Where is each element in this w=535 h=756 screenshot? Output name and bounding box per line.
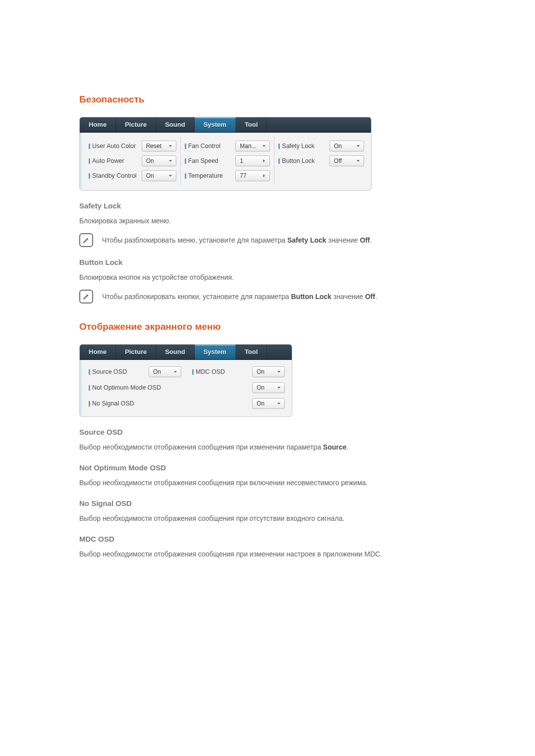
chevron-down-icon — [355, 143, 362, 150]
pencil-icon — [79, 290, 93, 303]
tabbar-security: Home Picture Sound System Tool — [80, 117, 371, 133]
dropdown-standby-control[interactable]: On — [142, 170, 176, 181]
tab-sound[interactable]: Sound — [156, 117, 194, 132]
chevron-down-icon — [275, 368, 282, 375]
label-no-signal-osd: No Signal OSD — [89, 400, 134, 407]
source-osd-desc: Выбор необходимости отображения сообщени… — [79, 442, 456, 453]
dropdown-value: On — [146, 157, 154, 164]
dropdown-value: On — [257, 368, 265, 375]
dropdown-auto-power[interactable]: On — [142, 155, 176, 166]
dropdown-value: Reset — [146, 143, 161, 150]
label-not-optimum-osd: Not Optimum Mode OSD — [89, 384, 161, 391]
chevron-down-icon — [167, 143, 174, 150]
not-optimum-osd-desc: Выбор необходимости отображения сообщени… — [79, 478, 456, 488]
dropdown-not-optimum-osd[interactable]: On — [252, 382, 285, 393]
dropdown-value: Off — [334, 157, 342, 164]
chevron-down-icon — [355, 157, 362, 164]
tab-picture[interactable]: Picture — [116, 117, 156, 132]
dropdown-value: On — [153, 368, 161, 375]
heading-safety-lock: Safety Lock — [79, 202, 456, 210]
chevron-down-icon — [167, 172, 174, 179]
tabbar-osd: Home Picture Sound System Tool — [80, 345, 292, 360]
pencil-icon — [79, 233, 93, 247]
dropdown-value: On — [146, 172, 154, 179]
label-fan-control: Fan Control — [185, 143, 220, 150]
chevron-down-icon — [275, 400, 282, 407]
chevron-down-icon — [261, 143, 268, 150]
label-auto-power: Auto Power — [89, 157, 124, 164]
heading-not-optimum-osd: Not Optimum Mode OSD — [79, 463, 456, 472]
heading-no-signal-osd: No Signal OSD — [79, 499, 456, 507]
label-mdc-osd: MDC OSD — [192, 368, 225, 375]
security-panel-col-3: Safety Lock On Button Lock Off — [274, 137, 368, 185]
dropdown-no-signal-osd[interactable]: On — [252, 398, 285, 409]
spinner-value: 77 — [240, 172, 246, 179]
dropdown-value: On — [257, 384, 265, 391]
dropdown-safety-lock[interactable]: On — [329, 141, 364, 151]
spinner-fan-speed[interactable]: 1 — [235, 155, 270, 166]
label-temperature: Temperature — [185, 172, 223, 179]
note-text: Чтобы разблокировать кнопки, установите … — [102, 293, 377, 301]
section-title-security: Безопасность — [79, 94, 456, 105]
label-safety-lock: Safety Lock — [278, 143, 314, 150]
dropdown-mdc-osd[interactable]: On — [252, 366, 285, 377]
spinner-temperature[interactable]: 77 — [235, 170, 270, 181]
tab-system[interactable]: System — [195, 117, 236, 132]
dropdown-value: On — [334, 143, 342, 150]
dropdown-button-lock[interactable]: Off — [329, 155, 364, 166]
tab-system[interactable]: System — [195, 345, 236, 359]
osd-panel: Home Picture Sound System Tool Source OS… — [79, 344, 292, 417]
button-lock-desc: Блокировка кнопок на устройстве отображе… — [79, 272, 456, 283]
chevron-down-icon — [172, 368, 179, 375]
label-standby-control: Standby Control — [89, 172, 137, 179]
section-title-osd: Отображение экранного меню — [79, 321, 456, 332]
dropdown-fan-control[interactable]: Man... — [235, 141, 270, 151]
tab-home[interactable]: Home — [80, 345, 116, 359]
security-panel-col-1: User Auto Color Reset Auto Power On Stan… — [85, 137, 181, 185]
security-panel-col-2: Fan Control Man... Fan Speed 1 Temperatu… — [181, 137, 275, 185]
tab-sound[interactable]: Sound — [156, 345, 194, 359]
heading-source-osd: Source OSD — [79, 428, 456, 436]
dropdown-user-auto-color[interactable]: Reset — [142, 141, 176, 151]
chevron-right-icon — [261, 172, 268, 179]
label-user-auto-color: User Auto Color — [89, 143, 136, 150]
label-source-osd: Source OSD — [89, 368, 127, 375]
label-button-lock: Button Lock — [278, 157, 315, 164]
chevron-down-icon — [275, 384, 282, 391]
note-text: Чтобы разблокировать меню, установите дл… — [102, 236, 372, 244]
note-safety-lock: Чтобы разблокировать меню, установите дл… — [79, 233, 456, 247]
chevron-down-icon — [167, 157, 174, 164]
chevron-right-icon — [261, 157, 268, 164]
spinner-value: 1 — [240, 157, 243, 164]
safety-lock-desc: Блокировка экранных меню. — [79, 216, 456, 226]
tab-tool[interactable]: Tool — [236, 345, 267, 359]
no-signal-osd-desc: Выбор необходимости отображения сообщени… — [79, 513, 456, 524]
security-panel: Home Picture Sound System Tool User Auto… — [79, 117, 372, 191]
heading-mdc-osd: MDC OSD — [79, 535, 456, 543]
dropdown-value: On — [257, 400, 265, 407]
label-fan-speed: Fan Speed — [185, 157, 218, 164]
tab-tool[interactable]: Tool — [236, 117, 267, 132]
mdc-osd-desc: Выбор необходимости отображения сообщени… — [79, 549, 456, 559]
tab-home[interactable]: Home — [80, 117, 116, 132]
note-button-lock: Чтобы разблокировать кнопки, установите … — [79, 290, 456, 303]
heading-button-lock: Button Lock — [79, 258, 456, 266]
dropdown-value: Man... — [240, 143, 256, 150]
dropdown-source-osd[interactable]: On — [149, 366, 181, 377]
tab-picture[interactable]: Picture — [116, 345, 156, 359]
